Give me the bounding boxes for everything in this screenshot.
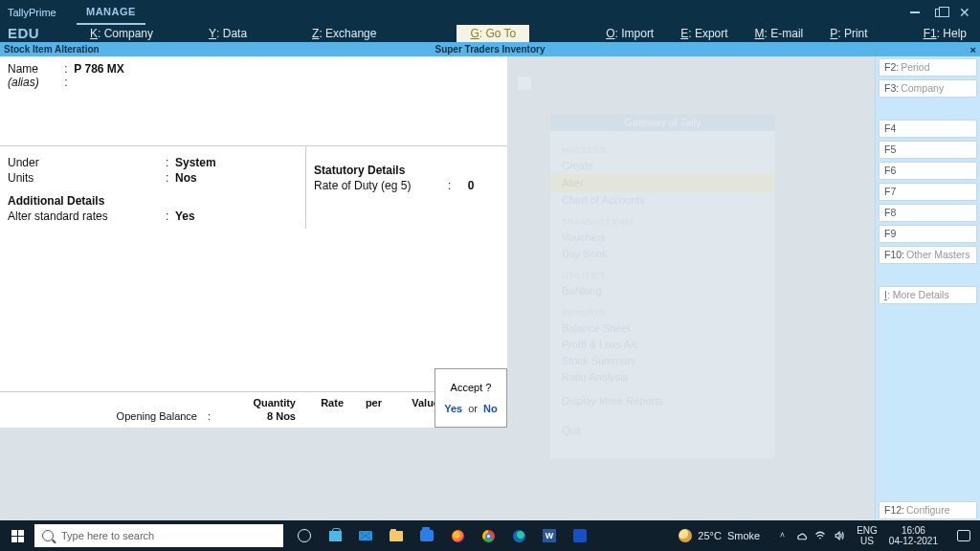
- rate-duty-label: Rate of Duty (eg 5): [314, 179, 448, 192]
- menu-help[interactable]: F1: Help: [910, 25, 980, 42]
- tray-chevron-icon[interactable]: ＾: [777, 529, 788, 543]
- opening-balance-section: Quantity Rate per Value Opening Balance …: [0, 391, 507, 428]
- wifi-icon[interactable]: [814, 530, 826, 541]
- firefox-icon[interactable]: [444, 520, 471, 551]
- manage-tab[interactable]: MANAGE: [77, 0, 145, 25]
- onedrive-icon[interactable]: [795, 530, 807, 541]
- language-indicator[interactable]: ENG US: [857, 525, 878, 547]
- f7-button[interactable]: F7: [879, 183, 977, 201]
- date: 04-12-2021: [889, 536, 938, 547]
- files-icon[interactable]: [413, 520, 440, 551]
- accept-or: or: [465, 403, 480, 414]
- alias-label: (alias): [8, 76, 61, 89]
- opening-balance-label: Opening Balance: [6, 410, 197, 422]
- taskbar-app-icons: W: [291, 520, 593, 551]
- start-button[interactable]: [0, 520, 34, 551]
- menu-export[interactable]: E: Export: [667, 25, 741, 42]
- menu-email[interactable]: M: E-mail: [742, 25, 817, 42]
- edge-icon[interactable]: [505, 520, 532, 551]
- name-value[interactable]: P 786 MX: [74, 62, 123, 76]
- units-label: Units: [8, 171, 166, 185]
- additional-title: Additional Details: [8, 194, 298, 208]
- f6-button[interactable]: F6: [879, 162, 977, 180]
- opening-balance-qty[interactable]: 8 Nos: [221, 410, 296, 422]
- stock-item-form: Name: P 786 MX (alias): Under:System Uni…: [0, 56, 507, 428]
- weather-widget[interactable]: 25°C Smoke: [673, 529, 766, 542]
- alter-rates-value[interactable]: Yes: [175, 209, 195, 223]
- name-label: Name: [8, 62, 61, 76]
- close-button[interactable]: ✕: [959, 6, 970, 19]
- minimize-button[interactable]: [910, 6, 920, 19]
- taskbar: Type here to search W 25°C Smoke ＾ ENG U…: [0, 520, 980, 551]
- screen-title: Stock Item Alteration: [0, 44, 100, 55]
- context-close-icon[interactable]: ×: [970, 44, 976, 55]
- notifications-icon[interactable]: [957, 530, 970, 541]
- windows-logo-icon: [11, 530, 24, 542]
- f10-button[interactable]: F10Other Masters: [879, 246, 977, 264]
- search-placeholder: Type here to search: [61, 530, 154, 541]
- rate-duty-value[interactable]: 0: [468, 179, 475, 192]
- f5-button[interactable]: F5: [879, 141, 977, 159]
- menu-import[interactable]: O: Import: [592, 25, 667, 42]
- menu-exchange[interactable]: Z: Exchange: [299, 25, 390, 42]
- f8-button[interactable]: F8: [879, 204, 977, 222]
- f4-button[interactable]: F4: [879, 120, 977, 138]
- mail-icon[interactable]: [352, 520, 379, 551]
- weather-icon: [679, 529, 692, 542]
- units-value[interactable]: Nos: [175, 171, 197, 185]
- cortana-icon[interactable]: [291, 520, 318, 551]
- clock[interactable]: 16:06 04-12-2021: [883, 525, 944, 547]
- taskbar-search[interactable]: Type here to search: [34, 524, 283, 547]
- statutory-title: Statutory Details: [314, 164, 500, 177]
- ob-per-header: per: [344, 397, 382, 408]
- menu-goto[interactable]: G: Go To: [457, 25, 529, 42]
- menu-print[interactable]: P: Print: [816, 25, 880, 42]
- accept-dialog: Accept ? Yes or No: [434, 368, 507, 428]
- chrome-icon[interactable]: [475, 520, 501, 551]
- store-icon[interactable]: [322, 520, 348, 551]
- context-header: Stock Item Alteration Super Traders Inve…: [0, 42, 980, 56]
- under-label: Under: [8, 156, 166, 169]
- volume-icon[interactable]: [834, 530, 845, 541]
- alter-rates-label: Alter standard rates: [8, 209, 166, 223]
- company-context: Super Traders Inventory: [434, 44, 545, 55]
- f3-button[interactable]: F3Company: [879, 79, 977, 98]
- weather-temp: 25°C: [698, 530, 722, 541]
- f9-button[interactable]: F9: [879, 225, 977, 243]
- menubar: EDU K: Company Y: Data Z: Exchange G: Go…: [0, 25, 980, 42]
- app-name: TallyPrime: [0, 7, 77, 18]
- tally-icon[interactable]: [567, 520, 593, 551]
- accept-question: Accept ?: [451, 382, 492, 393]
- ob-value-header: Value: [382, 397, 439, 408]
- under-value[interactable]: System: [175, 156, 216, 169]
- accept-yes-button[interactable]: Yes: [444, 403, 462, 414]
- window-controls: ✕: [910, 6, 980, 19]
- maximize-button[interactable]: [935, 6, 944, 19]
- f2-button[interactable]: F2Period: [879, 58, 977, 77]
- f12-button[interactable]: F12Configure: [879, 501, 977, 519]
- weather-desc: Smoke: [727, 530, 760, 541]
- more-details-button[interactable]: I: More Details: [879, 286, 977, 304]
- ob-qty-header: Quantity: [221, 397, 296, 408]
- word-icon[interactable]: W: [536, 520, 563, 551]
- fkey-panel: F2Period F3Company F4 F5 F6 F7 F8 F9 F10…: [875, 56, 980, 520]
- explorer-icon[interactable]: [383, 520, 410, 551]
- menu-company[interactable]: K: Company: [77, 25, 167, 42]
- title-bar: TallyPrime MANAGE ✕: [0, 0, 980, 25]
- ob-rate-header: Rate: [296, 397, 344, 408]
- search-icon: [42, 530, 54, 541]
- menu-data[interactable]: Y: Data: [195, 25, 260, 42]
- time: 16:06: [902, 525, 925, 537]
- main-area: Gateway of Tally MASTERS Create Alter Ch…: [0, 56, 980, 520]
- edition-label: EDU: [0, 25, 77, 41]
- accept-no-button[interactable]: No: [483, 403, 498, 414]
- system-tray[interactable]: ＾: [771, 529, 851, 543]
